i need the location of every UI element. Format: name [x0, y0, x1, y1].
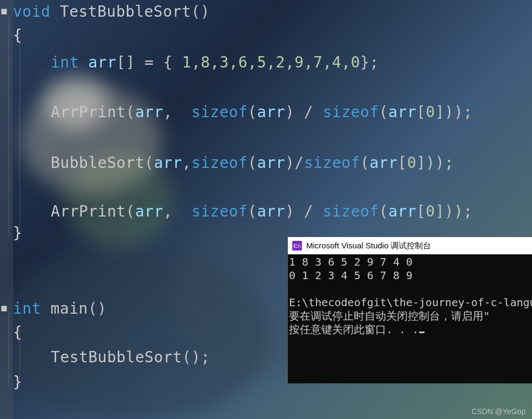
- parens: (): [88, 300, 107, 317]
- code-line: BubbleSort(arr,sizeof(arr)/sizeof(arr[0]…: [51, 156, 454, 171]
- end: };: [360, 53, 379, 71]
- identifier: arr: [388, 202, 416, 220]
- keyword-int: int: [13, 300, 41, 317]
- bracket: [: [398, 154, 407, 172]
- fn-call: ArrPrint: [51, 202, 126, 220]
- close: ));: [445, 202, 473, 220]
- console-title: Microsoft Visual Studio 调试控制台: [306, 241, 431, 251]
- code-line: ArrPrint(arr, sizeof(arr) / sizeof(arr[0…: [51, 105, 473, 120]
- watermark: CSDN @YeGop: [472, 407, 526, 416]
- number: 0: [426, 202, 435, 220]
- fold-line: [9, 312, 9, 386]
- bracket: ]: [416, 154, 426, 172]
- identifier: arr: [79, 53, 116, 71]
- fold-toggle[interactable]: −: [1, 306, 7, 312]
- paren: (: [379, 202, 388, 220]
- keyword-int: int: [51, 53, 79, 71]
- paren: (: [379, 103, 388, 121]
- keyword-sizeof: sizeof: [191, 202, 247, 220]
- close: ));: [426, 154, 454, 172]
- comma: ,: [163, 103, 182, 121]
- code-line: }: [13, 226, 22, 241]
- bracket: ]: [435, 103, 445, 121]
- paren: (: [248, 202, 257, 220]
- console-line: 1 8 3 6 5 2 9 7 4 0: [289, 255, 413, 268]
- paren: (: [126, 202, 135, 220]
- keyword-void: void: [13, 3, 50, 21]
- code-line: ArrPrint(arr, sizeof(arr) / sizeof(arr[0…: [51, 204, 473, 219]
- console-title-bar[interactable]: C:\ Microsoft Visual Studio 调试控制台: [288, 237, 532, 254]
- keyword-sizeof: sizeof: [191, 103, 247, 121]
- identifier: arr: [135, 103, 163, 121]
- identifier: arr: [135, 202, 163, 220]
- parens: ();: [182, 348, 210, 366]
- console-line: 0 1 2 3 4 5 6 7 8 9: [289, 269, 413, 282]
- comma: ,: [163, 202, 182, 220]
- debug-console-window[interactable]: C:\ Microsoft Visual Studio 调试控制台 1 8 3 …: [287, 236, 532, 383]
- number: 0: [426, 103, 435, 121]
- console-line: E:\thecodeofgit\the-journey-of-c-langu: [289, 296, 532, 309]
- brackets: []: [117, 53, 145, 71]
- brace: }: [13, 224, 22, 242]
- console-line: 要在调试停止时自动关闭控制台，请启用": [289, 309, 490, 322]
- code-line: {: [13, 28, 22, 43]
- console-line: 按任意键关闭此窗口. . .: [289, 323, 419, 336]
- editor-gutter: − −: [0, 0, 13, 419]
- paren: (: [360, 154, 369, 172]
- op: )/: [285, 154, 304, 172]
- fn-call: BubbleSort: [51, 154, 145, 172]
- paren: (: [126, 103, 135, 121]
- identifier: arr: [154, 154, 182, 172]
- op: ) /: [285, 103, 322, 121]
- code-line: int main(): [13, 301, 107, 316]
- brace: {: [13, 323, 22, 341]
- indent-guide: [19, 29, 20, 236]
- identifier: arr: [388, 103, 416, 121]
- identifier: arr: [257, 103, 285, 121]
- equals-brace: = {: [145, 53, 182, 71]
- code-line: {: [13, 325, 22, 340]
- parens: (): [191, 3, 210, 21]
- fn-call: ArrPrint: [51, 103, 126, 121]
- cursor-icon: [419, 332, 425, 333]
- console-output: 1 8 3 6 5 2 9 7 4 0 0 1 2 3 4 5 6 7 8 9 …: [288, 254, 532, 339]
- paren: (: [248, 103, 257, 121]
- comma: ,: [182, 154, 191, 172]
- bracket: [: [416, 202, 426, 220]
- keyword-sizeof: sizeof: [322, 202, 379, 220]
- keyword-sizeof: sizeof: [304, 154, 360, 172]
- vs-icon: C:\: [292, 241, 302, 251]
- number-list: 1,8,3,6,5,2,9,7,4,0: [182, 53, 360, 71]
- keyword-sizeof: sizeof: [191, 154, 247, 172]
- paren: (: [248, 154, 257, 172]
- fold-toggle[interactable]: −: [1, 9, 7, 15]
- identifier: arr: [369, 154, 398, 172]
- bracket: [: [416, 103, 426, 121]
- fn-name: TestBubbleSort: [50, 3, 191, 21]
- code-line: int arr[] = { 1,8,3,6,5,2,9,7,4,0};: [51, 55, 379, 70]
- number: 0: [407, 154, 416, 172]
- close: ));: [445, 103, 473, 121]
- bg-decoration: [43, 76, 108, 130]
- code-line: void TestBubbleSort(): [13, 4, 210, 19]
- op: ) /: [285, 202, 322, 220]
- code-line: TestBubbleSort();: [51, 350, 210, 365]
- brace: }: [13, 373, 22, 391]
- bracket: ]: [435, 202, 445, 220]
- brace: {: [13, 26, 22, 44]
- fn-name: main: [41, 300, 88, 317]
- fn-call: TestBubbleSort: [51, 348, 182, 366]
- fold-line: [9, 15, 9, 234]
- keyword-sizeof: sizeof: [322, 103, 379, 121]
- identifier: arr: [257, 154, 285, 172]
- code-line: }: [13, 375, 22, 390]
- identifier: arr: [257, 202, 285, 220]
- paren: (: [145, 154, 154, 172]
